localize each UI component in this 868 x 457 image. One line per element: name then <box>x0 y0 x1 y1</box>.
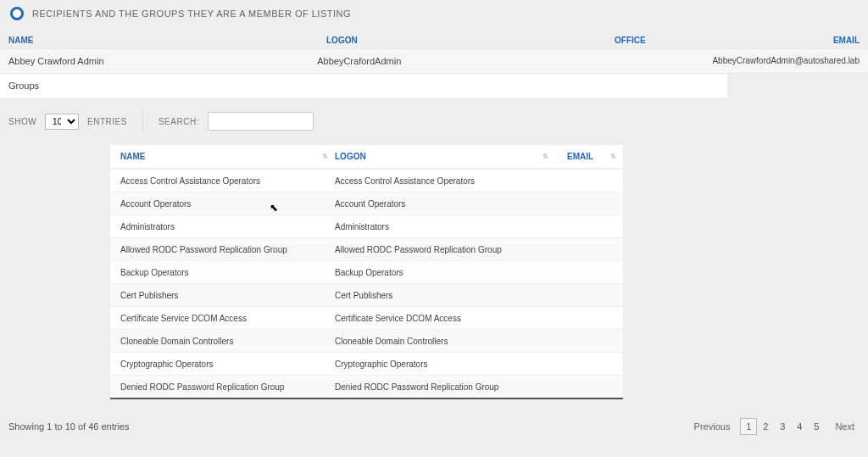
table-row[interactable]: Cryptographic OperatorsCryptographic Ope… <box>110 352 623 375</box>
prev-button[interactable]: Previous <box>689 421 736 432</box>
cell-logon: Administrators <box>335 222 555 231</box>
info-row: Abbey Crawford Admin AbbeyCrafordAdmin A… <box>0 48 868 74</box>
title-bar: RECIPIENTS AND THE GROUPS THEY ARE A MEM… <box>0 0 868 27</box>
controls-row: SHOW 10 ENTRIES SEARCH: <box>0 98 868 145</box>
cell-name: Account Operators <box>110 199 335 209</box>
cell-name: Cert Publishers <box>110 291 335 300</box>
table-row[interactable]: Access Control Assistance OperatorsAcces… <box>110 169 623 192</box>
cell-name: Allowed RODC Password Replication Group <box>110 245 335 254</box>
cell-name: Administrators <box>110 222 335 231</box>
table-row[interactable]: Denied RODC Password Replication GroupDe… <box>110 375 623 398</box>
entries-label: ENTRIES <box>87 117 127 126</box>
col-header-email-text: EMAIL <box>567 152 593 161</box>
col-header-name-text: NAME <box>120 152 145 161</box>
table-status: Showing 1 to 10 of 46 entries <box>8 421 129 432</box>
page-button-1[interactable]: 1 <box>740 418 757 435</box>
search-input[interactable] <box>208 112 314 131</box>
col-header-email[interactable]: EMAIL ⇅ <box>555 152 623 161</box>
table-row[interactable]: Allowed RODC Password Replication GroupA… <box>110 237 623 260</box>
table-row[interactable]: Account OperatorsAccount Operators <box>110 192 623 215</box>
sort-icon: ⇅ <box>542 153 555 160</box>
cell-logon: Account Operators <box>335 199 555 209</box>
show-select[interactable]: 10 <box>45 114 79 130</box>
col-header-name[interactable]: NAME ⇅ <box>110 152 335 161</box>
cell-logon: Denied RODC Password Replication Group <box>335 382 555 392</box>
cell-name: Cryptographic Operators <box>110 359 335 369</box>
table-row[interactable]: AdministratorsAdministrators <box>110 215 623 237</box>
next-button[interactable]: Next <box>830 421 860 432</box>
search-label: SEARCH: <box>159 117 199 126</box>
cell-logon: Allowed RODC Password Replication Group <box>335 245 555 254</box>
cell-logon: Certificate Service DCOM Access <box>335 314 555 323</box>
info-row-name: Abbey Crawford Admin <box>8 56 317 66</box>
pagination: Previous 12345 Next <box>689 418 860 435</box>
groups-table: NAME ⇅ LOGON ⇅ EMAIL ⇅ Access Control As… <box>110 145 623 399</box>
info-header-logon[interactable]: LOGON <box>326 36 615 45</box>
show-label: SHOW <box>8 117 36 126</box>
info-header: NAME LOGON OFFICE EMAIL <box>0 27 868 48</box>
cell-name: Denied RODC Password Replication Group <box>110 382 335 392</box>
sort-icon: ⇅ <box>610 153 623 160</box>
table-row[interactable]: Cloneable Domain ControllersCloneable Do… <box>110 329 623 352</box>
col-header-logon[interactable]: LOGON ⇅ <box>335 152 555 161</box>
circle-icon <box>10 7 24 20</box>
info-row-logon: AbbeyCrafordAdmin <box>317 56 597 66</box>
footer: Showing 1 to 10 of 46 entries Previous 1… <box>0 399 868 435</box>
page-button-2[interactable]: 2 <box>757 418 774 435</box>
page-button-3[interactable]: 3 <box>774 418 791 435</box>
cell-name: Certificate Service DCOM Access <box>110 314 335 323</box>
table-row[interactable]: Certificate Service DCOM AccessCertifica… <box>110 306 623 329</box>
cell-logon: Backup Operators <box>335 268 555 277</box>
info-header-office[interactable]: OFFICE <box>615 36 733 45</box>
table-row[interactable]: Cert PublishersCert Publishers <box>110 283 623 306</box>
cell-logon: Cryptographic Operators <box>335 359 555 369</box>
sort-icon: ⇅ <box>322 153 335 160</box>
info-row-office <box>597 56 712 66</box>
cell-logon: Cloneable Domain Controllers <box>335 337 555 346</box>
col-header-logon-text: LOGON <box>335 152 366 161</box>
page-button-4[interactable]: 4 <box>791 418 808 435</box>
page-title: RECIPIENTS AND THE GROUPS THEY ARE A MEM… <box>32 8 351 19</box>
groups-table-header: NAME ⇅ LOGON ⇅ EMAIL ⇅ <box>110 145 623 169</box>
cell-name: Access Control Assistance Operators <box>110 176 335 186</box>
info-header-email[interactable]: EMAIL <box>733 36 860 45</box>
divider <box>142 109 143 133</box>
page-button-5[interactable]: 5 <box>808 418 825 435</box>
cell-name: Cloneable Domain Controllers <box>110 337 335 346</box>
cell-name: Backup Operators <box>110 268 335 277</box>
info-header-name[interactable]: NAME <box>8 36 326 45</box>
table-row[interactable]: Backup OperatorsBackup Operators <box>110 260 623 283</box>
groups-section-label: Groups <box>0 74 727 98</box>
info-row-email: AbbeyCrawfordAdmin@autoshared.lab <box>712 56 860 66</box>
cell-logon: Access Control Assistance Operators <box>335 176 555 186</box>
cell-logon: Cert Publishers <box>335 291 555 300</box>
